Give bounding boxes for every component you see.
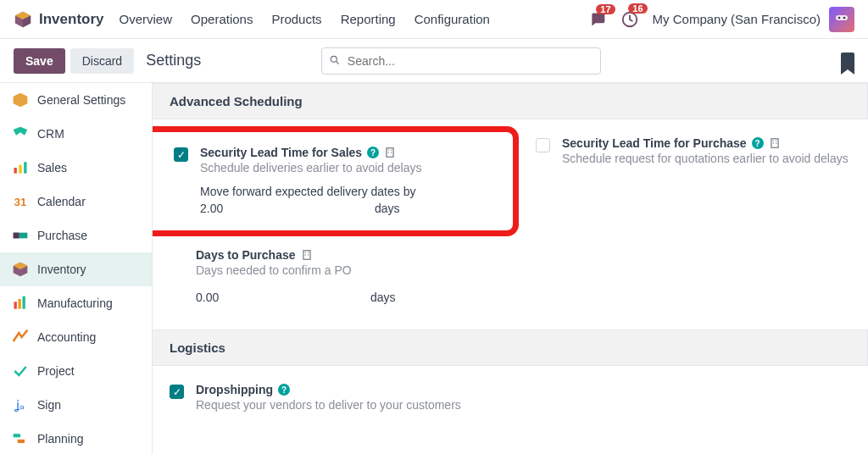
setting-sub: Schedule deliveries earlier to avoid del…	[200, 161, 421, 174]
sidebar-item-label: CRM	[37, 127, 64, 141]
building-icon[interactable]	[384, 147, 396, 158]
svg-point-5	[838, 16, 841, 19]
discard-button[interactable]: Discard	[70, 48, 134, 74]
help-icon[interactable]: ?	[278, 384, 290, 396]
svg-rect-19	[23, 296, 25, 309]
sidebar-item-label: Calendar	[37, 195, 86, 208]
sidebar-item-sign[interactable]: ʝₐ Sign	[0, 388, 152, 422]
setting-title: Security Lead Time for Sales	[200, 146, 362, 159]
help-icon[interactable]: ?	[752, 137, 764, 149]
svg-rect-24	[391, 150, 392, 151]
svg-rect-33	[772, 141, 773, 141]
svg-point-7	[331, 56, 337, 62]
svg-rect-21	[18, 440, 25, 443]
sidebar-item-project[interactable]: Project	[0, 354, 152, 388]
chat-badge: 17	[596, 4, 615, 14]
calendar-icon: 31	[12, 193, 29, 210]
svg-rect-31	[308, 254, 309, 255]
inventory-app-icon	[14, 10, 32, 29]
setting-extra: Move forward expected delivery dates by	[200, 185, 421, 198]
crm-icon	[12, 125, 29, 142]
svg-rect-27	[303, 251, 309, 260]
sidebar-item-label: General Settings	[37, 93, 125, 107]
company-selector[interactable]: My Company (San Francisco)	[653, 12, 821, 26]
checkbox-security-lead-time-sales[interactable]: ✓	[174, 147, 188, 162]
section-advanced-scheduling: Advanced Scheduling	[153, 83, 868, 119]
setting-sub: Days needed to confirm a PO	[196, 263, 396, 277]
building-icon[interactable]	[301, 249, 313, 261]
gear-icon	[12, 91, 29, 108]
svg-rect-29	[308, 252, 309, 253]
svg-rect-12	[24, 162, 26, 173]
svg-rect-20	[14, 434, 20, 437]
avatar-icon	[832, 9, 852, 30]
sidebar-item-general[interactable]: General Settings	[0, 83, 152, 117]
manufacturing-icon	[12, 295, 29, 312]
unit-label: days	[370, 291, 396, 304]
brand-label: Inventory	[39, 11, 104, 28]
activity-button[interactable]: 16	[620, 10, 639, 29]
sidebar-item-planning[interactable]: Planning	[0, 422, 152, 454]
svg-rect-28	[304, 252, 305, 253]
bookmark-icon[interactable]	[841, 53, 854, 69]
svg-line-8	[337, 61, 339, 64]
sign-icon: ʝₐ	[12, 396, 29, 413]
nav-reporting[interactable]: Reporting	[341, 12, 396, 26]
sidebar-item-label: Purchase	[37, 229, 87, 242]
svg-rect-25	[388, 152, 389, 152]
svg-rect-11	[19, 165, 21, 174]
svg-rect-26	[391, 152, 392, 152]
sales-icon	[12, 159, 29, 176]
svg-rect-14	[14, 233, 19, 239]
project-icon	[12, 363, 29, 379]
activity-badge: 16	[628, 3, 647, 14]
checkbox-security-lead-time-purchase[interactable]	[536, 138, 550, 152]
unit-label: days	[375, 202, 400, 215]
inventory-icon	[12, 261, 29, 278]
chat-button[interactable]: 17	[588, 11, 607, 28]
days-to-purchase-value[interactable]: 0.00	[196, 291, 365, 304]
svg-rect-34	[776, 141, 776, 141]
svg-point-6	[843, 16, 846, 19]
checkbox-dropshipping[interactable]: ✓	[170, 385, 184, 399]
highlight-security-lead-time-sales: ✓ Security Lead Time for Sales ? Schedul…	[153, 126, 519, 236]
sidebar-item-label: Project	[37, 364, 75, 378]
setting-sub: Schedule request for quotations earlier …	[562, 152, 849, 165]
sidebar-item-accounting[interactable]: Accounting	[0, 320, 152, 354]
nav-products[interactable]: Products	[271, 12, 321, 26]
sidebar-item-manufacturing[interactable]: Manufacturing	[0, 286, 152, 320]
brand[interactable]: Inventory	[14, 10, 104, 29]
sidebar-item-sales[interactable]: Sales	[0, 151, 152, 185]
sidebar-item-crm[interactable]: CRM	[0, 117, 152, 151]
svg-rect-17	[14, 302, 17, 308]
svg-rect-23	[388, 150, 389, 151]
help-icon[interactable]: ?	[367, 147, 379, 158]
sidebar-item-label: Planning	[37, 432, 84, 446]
nav-overview[interactable]: Overview	[120, 12, 173, 26]
sidebar-item-label: Accounting	[37, 330, 96, 344]
nav-configuration[interactable]: Configuration	[415, 12, 490, 26]
sidebar-item-calendar[interactable]: 31 Calendar	[0, 185, 152, 219]
svg-rect-32	[771, 139, 778, 148]
sidebar-item-purchase[interactable]: Purchase	[0, 219, 152, 252]
svg-rect-10	[14, 168, 17, 174]
svg-rect-35	[772, 142, 773, 143]
setting-sub: Request your vendors to deliver to your …	[196, 398, 461, 412]
page-title: Settings	[146, 52, 201, 69]
section-logistics: Logistics	[153, 329, 868, 366]
sidebar-item-inventory[interactable]: Inventory	[0, 252, 152, 286]
search-input[interactable]	[321, 47, 601, 75]
purchase-icon	[12, 227, 29, 244]
sales-lead-days-value[interactable]: 2.00	[200, 202, 370, 215]
save-button[interactable]: Save	[14, 48, 65, 74]
planning-icon	[12, 430, 29, 447]
nav-operations[interactable]: Operations	[191, 12, 253, 26]
avatar[interactable]	[829, 7, 854, 32]
svg-rect-4	[836, 15, 848, 20]
sidebar-item-label: Manufacturing	[37, 296, 113, 310]
search-icon	[329, 54, 341, 66]
sidebar-item-label: Sales	[37, 161, 67, 174]
building-icon[interactable]	[769, 137, 781, 149]
sidebar-item-label: Inventory	[37, 263, 86, 276]
sidebar: General Settings CRM Sales 31 Calendar P…	[0, 83, 153, 454]
